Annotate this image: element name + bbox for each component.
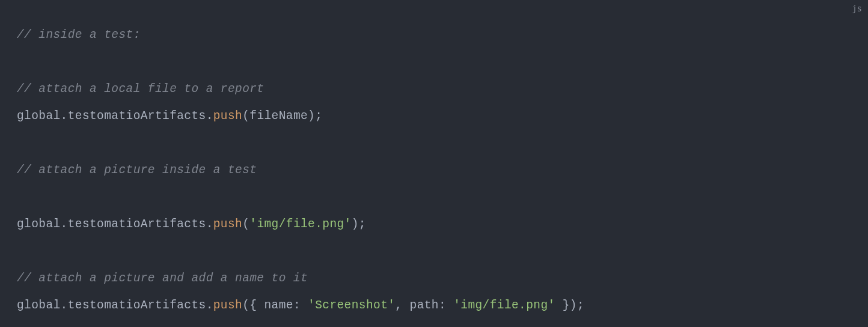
- code-line: // inside a test:: [17, 22, 851, 49]
- code-token: (fileName);: [242, 109, 322, 123]
- code-token: // inside a test:: [17, 28, 141, 41]
- code-line: [17, 49, 851, 76]
- code-token: (: [242, 218, 249, 231]
- code-token: , path:: [395, 299, 453, 312]
- code-line: // attach a local file to a report: [17, 76, 851, 103]
- code-block: js // inside a test: // attach a local f…: [0, 0, 868, 327]
- code-token: // attach a picture inside a test: [17, 164, 257, 177]
- code-token: 'img/file.png': [453, 299, 555, 312]
- code-token: // attach a picture and add a name to it: [17, 272, 308, 285]
- code-line: global.testomatioArtifacts.push(fileName…: [17, 103, 851, 130]
- code-line: global.testomatioArtifacts.push({ name: …: [17, 292, 851, 319]
- code-token: push: [213, 109, 242, 123]
- code-token: push: [213, 299, 242, 312]
- code-token: // attach a local file to a report: [17, 82, 264, 96]
- code-token: global.testomatioArtifacts.: [17, 109, 213, 123]
- code-token: global.testomatioArtifacts.: [17, 299, 213, 312]
- code-line: // attach a picture and add a name to it: [17, 265, 851, 292]
- code-token: );: [352, 218, 366, 231]
- code-line: // attach a picture inside a test: [17, 157, 851, 184]
- code-line: global.testomatioArtifacts.push('img/fil…: [17, 211, 851, 238]
- code-line: [17, 238, 851, 265]
- language-label: js: [852, 4, 862, 13]
- code-token: global.testomatioArtifacts.: [17, 218, 213, 231]
- code-lines: // inside a test: // attach a local file…: [17, 22, 851, 319]
- code-token: 'img/file.png': [249, 218, 351, 231]
- code-line: [17, 184, 851, 211]
- code-token: 'Screenshot': [308, 299, 395, 312]
- code-line: [17, 130, 851, 157]
- code-token: push: [213, 218, 242, 231]
- code-token: ({ name:: [242, 299, 308, 312]
- code-token: });: [555, 299, 584, 312]
